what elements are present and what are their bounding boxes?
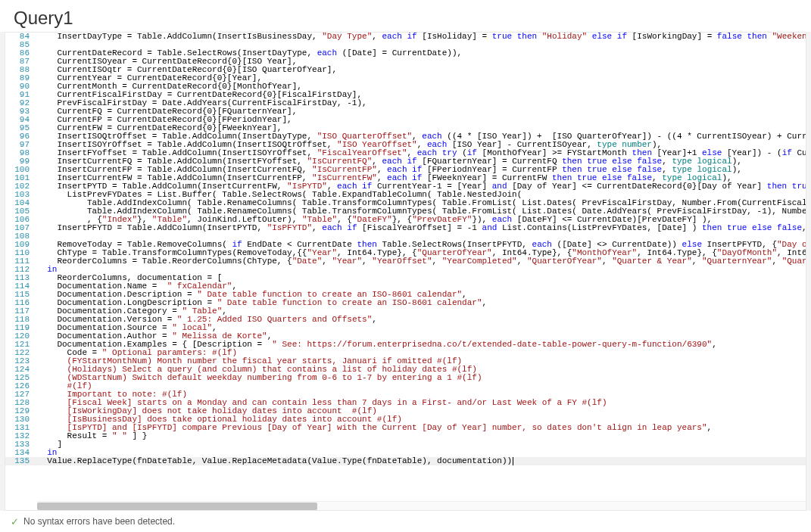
code-content[interactable]: Table.AddIndexColumn( Table.RenameColumn… (37, 207, 806, 216)
code-content[interactable]: ChType = Table.TransformColumnTypes(Remo… (37, 249, 806, 257)
code-content[interactable]: (FYStartMonthNum) Month number the fisca… (37, 357, 806, 366)
code-editor[interactable]: 84 InsertDayType = Table.AddColumn(Inser… (5, 32, 806, 511)
code-content[interactable]: Code = " Optional paramters: #(lf) (37, 349, 806, 357)
code-line[interactable]: 98 InsertFYoffset = Table.AddColumn(Inse… (5, 149, 806, 157)
code-content[interactable]: CurrentDateRecord = Table.SelectRows(Ins… (37, 49, 806, 58)
code-content[interactable]: CurrentFW = CurrentDateRecord{0}[FWeeknY… (37, 124, 806, 132)
code-line[interactable]: 93 CurrentFQ = CurrentDateRecord{0}[FQua… (5, 107, 806, 116)
code-content[interactable]: [Fiscal Week] starts on a Monday and can… (37, 399, 806, 407)
code-line[interactable]: 123 (FYStartMonthNum) Month number the f… (5, 357, 806, 366)
code-line[interactable]: 94 CurrentFP = CurrentDateRecord{0}[FPer… (5, 116, 806, 124)
code-content[interactable]: InsertDayType = Table.AddColumn(InsertIs… (37, 33, 806, 41)
code-content[interactable]: (Holidays) Select a query (and column) t… (37, 366, 806, 374)
code-content[interactable]: ReorderColumns, documentation = [ (37, 274, 806, 282)
code-line[interactable]: 112 in (5, 266, 806, 274)
code-line[interactable]: 100 InsertCurrentFP = Table.AddColumn(In… (5, 166, 806, 174)
code-line[interactable]: 126 #(lf) (5, 382, 806, 390)
code-line[interactable]: 92 PrevFiscalFirstDay = Date.AddYears(Cu… (5, 99, 806, 107)
code-content[interactable]: Documentation.Author = " Melissa de Kort… (37, 332, 806, 341)
code-line[interactable]: 117 Documentation.Category = " Table", (5, 307, 806, 316)
code-content[interactable]: InsertCurrentFQ = Table.AddColumn(Insert… (37, 157, 806, 166)
code-content[interactable]: in (37, 266, 806, 274)
code-line[interactable]: 115 Documentation.Description = " Date t… (5, 291, 806, 299)
code-content[interactable]: CurrentFP = CurrentDateRecord{0}[FPeriod… (37, 116, 806, 124)
code-line[interactable]: 108 (5, 232, 806, 241)
code-line[interactable]: 125 (WDStartNum) Switch default weekday … (5, 374, 806, 382)
horizontal-scroll-thumb[interactable] (37, 502, 317, 510)
code-content[interactable]: InsertCurrentFP = Table.AddColumn(Insert… (37, 166, 806, 174)
code-line[interactable]: 114 Documentation.Name = " fxCalendar", (5, 282, 806, 291)
code-content[interactable]: ] (37, 440, 806, 449)
code-line[interactable]: 122 Code = " Optional paramters: #(lf) (5, 349, 806, 357)
code-content[interactable]: Value.ReplaceType(fnDateTable, Value.Rep… (37, 457, 806, 465)
code-content[interactable]: CurrentFiscalFirstDay = CurrentDateRecor… (37, 91, 806, 99)
code-line[interactable]: 113 ReorderColumns, documentation = [ (5, 274, 806, 282)
code-content[interactable]: Documentation.Version = " 1.25: Added IS… (37, 316, 806, 324)
code-line[interactable]: 95 CurrentFW = CurrentDateRecord{0}[FWee… (5, 124, 806, 132)
code-line[interactable]: 124 (Holidays) Select a query (and colum… (5, 366, 806, 374)
code-content[interactable]: CurrentFQ = CurrentDateRecord{0}[FQuarte… (37, 107, 806, 116)
code-content[interactable]: InsertPFYTD = Table.AddColumn(InsertPYTD… (37, 224, 806, 232)
code-line[interactable]: 111 ReorderColumns = Table.ReorderColumn… (5, 257, 806, 266)
code-line[interactable]: 99 InsertCurrentFQ = Table.AddColumn(Ins… (5, 157, 806, 166)
code-line[interactable]: 85 (5, 41, 806, 49)
code-line[interactable]: 89 CurrentYear = CurrentDateRecord{0}[Ye… (5, 74, 806, 82)
code-line[interactable]: 118 Documentation.Version = " 1.25: Adde… (5, 316, 806, 324)
code-line[interactable]: 101 InsertCurrentFW = Table.AddColumn(In… (5, 174, 806, 182)
code-line[interactable]: 127 Important to note: #(lf) (5, 390, 806, 399)
code-line[interactable]: 135 Value.ReplaceType(fnDateTable, Value… (5, 457, 806, 465)
code-line[interactable]: 134 in (5, 449, 806, 457)
code-line[interactable]: 121 Documentation.Examples = { [Descript… (5, 341, 806, 349)
code-line[interactable]: 129 [IsWorkingDay] does not take holiday… (5, 407, 806, 415)
code-line[interactable]: 131 [IsPYTD] and [IsPFYTD] compare Previ… (5, 424, 806, 432)
code-content[interactable]: Documentation.Source = " local", (37, 324, 806, 332)
code-content[interactable]: Documentation.Description = " Date table… (37, 291, 806, 299)
code-content[interactable]: [IsBusinessDay] does take optional holid… (37, 415, 806, 424)
code-content[interactable] (37, 41, 806, 49)
code-content[interactable]: RemoveToday = Table.RemoveColumns( if En… (37, 241, 806, 249)
code-content[interactable]: [IsWorkingDay] does not take holiday dat… (37, 407, 806, 415)
code-line[interactable]: 103 ListPrevFYDates = List.Buffer( Table… (5, 191, 806, 199)
code-content[interactable]: Result = " " ] } (37, 432, 806, 440)
code-line[interactable]: 87 CurrentISOyear = CurrentDateRecord{0}… (5, 58, 806, 66)
code-content[interactable]: in (37, 449, 806, 457)
code-line[interactable]: 96 InsertISOQtrOffset = Table.AddColumn(… (5, 132, 806, 141)
code-line[interactable]: 119 Documentation.Source = " local", (5, 324, 806, 332)
code-content[interactable]: , {"Index"}, "Table", JoinKind.LeftOuter… (37, 216, 806, 224)
code-line[interactable]: 120 Documentation.Author = " Melissa de … (5, 332, 806, 341)
code-line[interactable]: 91 CurrentFiscalFirstDay = CurrentDateRe… (5, 91, 806, 99)
code-line[interactable]: 128 [Fiscal Week] starts on a Monday and… (5, 399, 806, 407)
code-content[interactable]: Important to note: #(lf) (37, 390, 806, 399)
code-content[interactable]: Documentation.Name = " fxCalendar", (37, 282, 806, 291)
code-content[interactable]: #(lf) (37, 382, 806, 390)
code-line[interactable]: 86 CurrentDateRecord = Table.SelectRows(… (5, 49, 806, 58)
code-line[interactable]: 88 CurrentISOqtr = CurrentDateRecord{0}[… (5, 66, 806, 74)
code-content[interactable]: Documentation.LongDescription = " Date t… (37, 299, 806, 307)
code-content[interactable] (37, 232, 806, 241)
code-line[interactable]: 104 Table.AddIndexColumn( Table.RenameCo… (5, 199, 806, 207)
code-content[interactable]: InsertCurrentFW = Table.AddColumn(Insert… (37, 174, 806, 182)
code-content[interactable]: PrevFiscalFirstDay = Date.AddYears(Curre… (37, 99, 806, 107)
code-content[interactable]: Table.AddIndexColumn( Table.RenameColumn… (37, 199, 806, 207)
code-line[interactable]: 97 InsertISOYrOffset = Table.AddColumn(I… (5, 141, 806, 149)
code-content[interactable]: CurrentYear = CurrentDateRecord{0}[Year]… (37, 74, 806, 82)
code-line[interactable]: 116 Documentation.LongDescription = " Da… (5, 299, 806, 307)
code-line[interactable]: 132 Result = " " ] } (5, 432, 806, 440)
code-content[interactable]: InsertPYTD = Table.AddColumn(InsertCurre… (37, 182, 806, 191)
code-line[interactable]: 107 InsertPFYTD = Table.AddColumn(Insert… (5, 224, 806, 232)
code-content[interactable]: Documentation.Category = " Table", (37, 307, 806, 316)
code-line[interactable]: 109 RemoveToday = Table.RemoveColumns( i… (5, 241, 806, 249)
code-content[interactable]: Documentation.Examples = { [Description … (37, 341, 806, 349)
code-line[interactable]: 105 Table.AddIndexColumn( Table.RenameCo… (5, 207, 806, 216)
code-line[interactable]: 133 ] (5, 440, 806, 449)
code-content[interactable]: ReorderColumns = Table.ReorderColumns(Ch… (37, 257, 806, 266)
code-line[interactable]: 106 , {"Index"}, "Table", JoinKind.LeftO… (5, 216, 806, 224)
code-line[interactable]: 90 CurrentMonth = CurrentDateRecord{0}[M… (5, 82, 806, 91)
code-content[interactable]: InsertISOYrOffset = Table.AddColumn(Inse… (37, 141, 806, 149)
code-content[interactable]: InsertFYoffset = Table.AddColumn(InsertI… (37, 149, 806, 157)
code-content[interactable]: CurrentISOqtr = CurrentDateRecord{0}[ISO… (37, 66, 806, 74)
code-line[interactable]: 130 [IsBusinessDay] does take optional h… (5, 415, 806, 424)
code-content[interactable]: CurrentISOyear = CurrentDateRecord{0}[IS… (37, 58, 806, 66)
code-content[interactable]: [IsPYTD] and [IsPFYTD] compare Previous … (37, 424, 806, 432)
code-line[interactable]: 102 InsertPYTD = Table.AddColumn(InsertC… (5, 182, 806, 191)
